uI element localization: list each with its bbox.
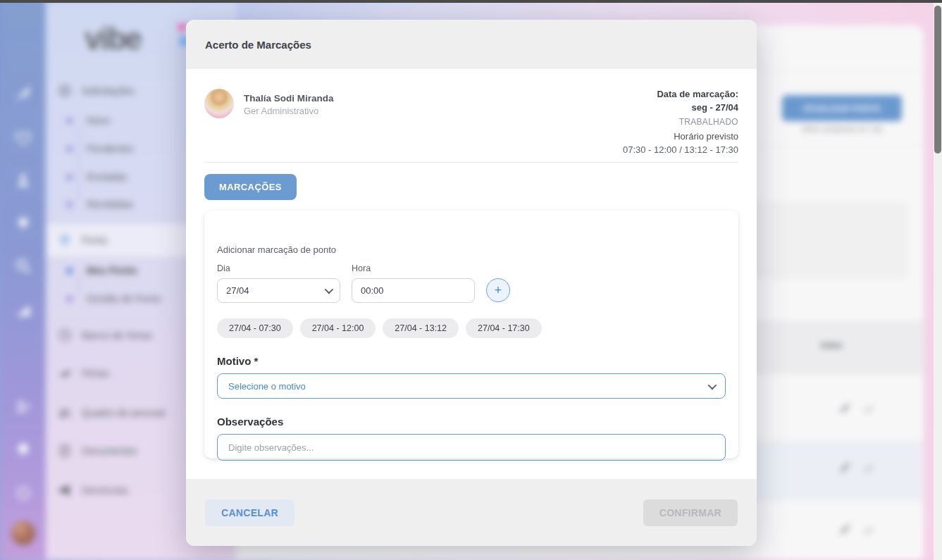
sidebar-item-label: Recebidas — [87, 199, 133, 210]
table-header-label: Editar — [821, 341, 843, 349]
table-row-actions — [838, 521, 895, 538]
cursor-icon[interactable] — [13, 83, 34, 104]
bullet-icon — [66, 118, 73, 124]
update-caption: Último atualizado há 1 dia — [761, 125, 923, 133]
heart-icon[interactable] — [13, 127, 34, 149]
window-top-frame — [0, 0, 942, 3]
dot-icon[interactable] — [13, 438, 34, 459]
divider — [204, 162, 738, 163]
hour-input-value: 00:00 — [361, 285, 384, 296]
acerto-marcacoes-modal: Acerto de Marcações Thalía Sodi Miranda … — [186, 20, 757, 546]
tab-marcacoes[interactable]: MARCAÇÕES — [204, 174, 297, 200]
scrollbar-track[interactable] — [934, 0, 942, 560]
check-icon[interactable] — [862, 402, 875, 415]
sidebar-item-label: Denúncias — [82, 485, 128, 496]
sidebar-item-label: Novo — [87, 115, 110, 126]
chevron-down-icon — [325, 285, 334, 294]
sidebar-item-label: Meu Ponto — [87, 265, 137, 276]
observations-placeholder: Digite observações... — [228, 442, 314, 453]
user-role: Ger Administrativo — [244, 106, 334, 116]
table-row-actions — [838, 400, 895, 417]
edit-pencil-icon[interactable] — [838, 402, 851, 415]
chevron-down-icon — [708, 380, 717, 390]
marking-info-block: Data de marcação: seg - 27/04 TRABALHADO… — [623, 86, 738, 159]
bullet-active-icon — [66, 268, 73, 274]
bullet-icon — [66, 174, 73, 180]
reason-label: Motivo * — [217, 355, 726, 367]
marking-chip[interactable]: 27/04 - 07:30 — [217, 318, 293, 338]
bullet-icon — [66, 201, 73, 208]
marcacoes-card: Adicionar marcação de ponto Dia 27/04 Ho… — [204, 211, 738, 459]
hour-label: Hora — [352, 263, 475, 273]
confirm-button-disabled[interactable]: CONFIRMAR — [643, 499, 738, 526]
marking-chip[interactable]: 27/04 - 13:12 — [383, 318, 459, 338]
table-row-actions — [838, 459, 895, 476]
day-label: Dia — [217, 263, 340, 273]
day-field: Dia 27/04 — [217, 263, 340, 303]
user-name: Thalía Sodi Miranda — [244, 89, 334, 104]
bullet-icon — [66, 146, 73, 152]
search-icon[interactable] — [13, 256, 34, 277]
edit-pencil-icon[interactable] — [838, 523, 851, 536]
reason-select-placeholder: Selecione o motivo — [228, 381, 306, 392]
check-icon[interactable] — [862, 523, 875, 536]
section-title: Adicionar marcação de ponto — [217, 244, 726, 255]
shield-icon — [57, 232, 73, 248]
sidebar-item-label: Ponto — [82, 235, 108, 246]
modal-footer: CANCELAR CONFIRMAR — [186, 479, 757, 546]
add-marking-row: Dia 27/04 Hora 00:00 + — [217, 263, 726, 303]
scrollbar-thumb[interactable] — [934, 6, 941, 154]
cancel-button[interactable]: CANCELAR — [205, 499, 295, 526]
reason-select[interactable]: Selecione o motivo — [217, 373, 726, 399]
marking-chips: 27/04 - 07:30 27/04 - 12:00 27/04 - 13:1… — [217, 318, 726, 338]
plane-icon — [57, 366, 73, 381]
date-value: seg - 27/04 — [623, 101, 738, 114]
bullet-icon — [66, 296, 73, 302]
user-avatar — [204, 89, 234, 118]
flower-icon[interactable] — [13, 212, 34, 233]
schedule-label: Horário previsto — [623, 130, 738, 143]
marking-chip[interactable]: 27/04 - 12:00 — [300, 318, 376, 338]
sidebar-item-label: Banco de Horas — [82, 330, 152, 341]
user-info-row: Thalía Sodi Miranda Ger Administrativo D… — [204, 86, 738, 159]
sidebar-item-label: Quadro de pessoal — [82, 407, 165, 418]
vibe-logo-text: vibe — [85, 21, 141, 56]
check-icon[interactable] — [862, 461, 875, 474]
document-icon — [57, 443, 73, 459]
modal-header: Acerto de Marcações — [186, 20, 757, 69]
status-badge: TRABALHADO — [623, 116, 738, 129]
hour-field: Hora 00:00 — [352, 263, 475, 303]
sidebar-item-label: Gestão de Ponto — [87, 293, 161, 304]
add-marking-button[interactable]: + — [486, 278, 510, 302]
day-select-value: 27/04 — [226, 285, 249, 296]
user-edit-icon[interactable] — [13, 396, 34, 417]
chart-icon[interactable] — [13, 299, 34, 321]
sidebar-item-label: Pendentes — [87, 143, 134, 154]
clock-icon — [57, 328, 73, 343]
modal-body: Thalía Sodi Miranda Ger Administrativo D… — [186, 69, 757, 479]
day-select[interactable]: 27/04 — [217, 278, 340, 303]
update-point-button[interactable]: ATUALIZAR PONTO — [782, 95, 902, 121]
schedule-value: 07:30 - 12:00 / 13:12 - 17:30 — [623, 143, 738, 156]
user-identity: Thalía Sodi Miranda Ger Administrativo — [204, 86, 334, 159]
modal-title: Acerto de Marcações — [205, 39, 311, 51]
circle-icon[interactable] — [13, 483, 34, 504]
sidebar-item-label: Férias — [82, 368, 109, 379]
app-root: vibe ♥ Solicitações Novo Pendentes — [0, 0, 942, 560]
person-icon[interactable] — [13, 170, 34, 191]
icon-rail — [0, 0, 46, 560]
sidebar-item-label: Enviadas — [87, 171, 128, 182]
sync-icon — [57, 83, 73, 99]
vibe-logo: vibe ♥ — [85, 21, 176, 63]
profile-avatar[interactable] — [11, 521, 35, 545]
observations-label: Observações — [217, 416, 726, 428]
observations-input[interactable]: Digite observações... — [217, 434, 726, 461]
marking-chip[interactable]: 27/04 - 17:30 — [466, 318, 542, 338]
edit-pencil-icon[interactable] — [838, 461, 851, 474]
sidebar-item-label: Documentos — [82, 445, 137, 456]
megaphone-icon — [57, 483, 73, 498]
date-label: Data de marcação: — [623, 87, 738, 101]
sidebar-item-label: Solicitações — [82, 85, 135, 97]
people-icon — [57, 405, 73, 421]
hour-input[interactable]: 00:00 — [352, 278, 475, 303]
